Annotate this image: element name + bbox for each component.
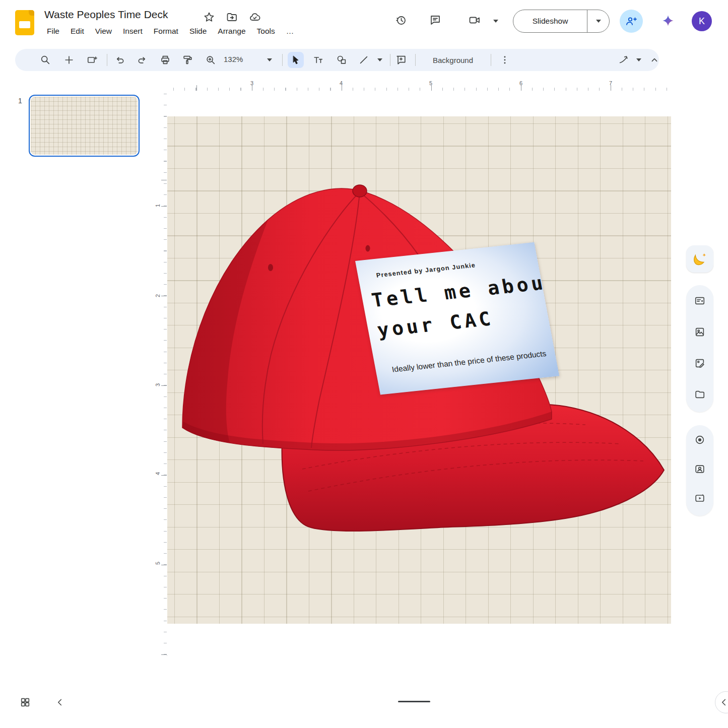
zoom-in-icon[interactable] xyxy=(203,52,219,68)
cap-eyelet xyxy=(366,245,370,252)
zoom-caret-icon[interactable] xyxy=(267,58,272,61)
search-icon[interactable] xyxy=(37,52,53,68)
new-slide-icon[interactable] xyxy=(61,52,77,68)
ruler-number: 2 xyxy=(155,294,161,297)
menu-slide[interactable]: Slide xyxy=(185,25,211,37)
line-caret-icon[interactable] xyxy=(377,58,382,61)
comments-icon[interactable] xyxy=(429,14,443,28)
slide-layout-icon[interactable] xyxy=(84,52,100,68)
ruler-number: 5 xyxy=(429,80,432,86)
gemini-sparkle-icon[interactable] xyxy=(661,14,675,28)
expand-right-icon[interactable] xyxy=(715,691,728,713)
ruler-number: 4 xyxy=(340,80,343,86)
meet-caret-icon[interactable] xyxy=(493,20,498,23)
cloud-saved-icon[interactable] xyxy=(249,11,261,23)
more-options-icon[interactable] xyxy=(497,52,513,68)
ruler-number: 3 xyxy=(155,383,161,386)
ruler-ticks-major xyxy=(167,85,671,91)
menu-format[interactable]: Format xyxy=(149,25,183,37)
menu-tools[interactable]: Tools xyxy=(252,25,280,37)
version-history-icon[interactable] xyxy=(395,14,409,28)
cap-label-graphic[interactable]: Presented by Jargon Junkie Tell me about… xyxy=(355,242,559,395)
camera-bubble-icon[interactable] xyxy=(686,454,713,484)
share-button[interactable] xyxy=(620,10,643,33)
star-icon[interactable] xyxy=(203,11,215,23)
slideshow-caret-icon[interactable] xyxy=(587,20,609,23)
paint-format-icon[interactable] xyxy=(179,52,195,68)
side-panel-top xyxy=(686,285,713,412)
menu-arrange[interactable]: Arrange xyxy=(213,25,250,37)
menu-insert[interactable]: Insert xyxy=(118,25,147,37)
line-icon[interactable] xyxy=(356,52,372,68)
slide-canvas[interactable]: Presented by Jargon Junkie Tell me about… xyxy=(167,116,671,624)
app-header: Waste Peoples Time Deck File Edit View I… xyxy=(0,0,728,45)
slideshow-button[interactable]: Slideshow xyxy=(513,17,587,26)
slideshow-button-group: Slideshow xyxy=(513,10,610,33)
grid-view-icon[interactable] xyxy=(17,694,33,710)
select-cursor-icon[interactable] xyxy=(288,52,304,68)
laser-pointer-icon[interactable] xyxy=(616,52,632,68)
vertical-ruler: 1 2 3 4 5 xyxy=(155,91,167,655)
zoom-value[interactable]: 132% xyxy=(224,55,243,63)
slide-number: 1 xyxy=(18,97,22,105)
image-frame-icon[interactable] xyxy=(686,316,713,348)
slides-logo-fold xyxy=(29,10,34,16)
undo-icon[interactable] xyxy=(112,52,128,68)
toolbar: 132% Background xyxy=(15,49,659,71)
ruler-number: 1 xyxy=(155,204,161,207)
slide-thumbnail-preview xyxy=(31,97,138,155)
cap-subline-text: Ideally lower than the price of these pr… xyxy=(391,349,547,374)
cap-headline-text: Tell me about your CAC xyxy=(369,266,560,345)
cap-eyelet xyxy=(268,264,273,271)
meet-camera-icon[interactable] xyxy=(469,14,483,28)
folder-icon[interactable] xyxy=(686,379,713,410)
slides-logo-inner xyxy=(19,21,30,28)
ruler-number: 6 xyxy=(519,80,522,86)
collapse-filmstrip-icon[interactable] xyxy=(52,694,68,710)
ruler-ticks-major xyxy=(161,91,167,655)
menu-view[interactable]: View xyxy=(91,25,116,37)
move-folder-icon[interactable] xyxy=(226,11,238,23)
slides-logo[interactable] xyxy=(15,10,34,35)
bottom-drag-handle[interactable] xyxy=(398,701,430,702)
collapse-toolbar-icon[interactable] xyxy=(646,52,663,68)
toolbar-divider xyxy=(390,54,390,66)
menu-edit[interactable]: Edit xyxy=(66,25,89,37)
horizontal-ruler: 3 4 5 6 7 xyxy=(167,80,671,91)
record-icon[interactable] xyxy=(686,425,713,454)
video-sparkle-icon[interactable] xyxy=(686,484,713,513)
ruler-number: 3 xyxy=(250,80,253,86)
ruler-number: 4 xyxy=(155,472,161,475)
ruler-number: 7 xyxy=(609,80,612,86)
print-icon[interactable] xyxy=(157,52,173,68)
side-panel-bottom xyxy=(686,425,713,516)
toolbar-divider xyxy=(491,54,491,66)
laser-caret-icon[interactable] xyxy=(636,58,641,61)
textbox-icon[interactable] xyxy=(310,52,326,68)
image-edit-icon[interactable] xyxy=(686,348,713,379)
menu-file[interactable]: File xyxy=(42,25,64,37)
banana-sparkle-icon[interactable] xyxy=(686,245,713,273)
menu-overflow[interactable]: … xyxy=(282,25,299,37)
menu-bar: File Edit View Insert Format Slide Arran… xyxy=(42,25,298,37)
toolbar-divider xyxy=(415,54,416,66)
redo-icon[interactable] xyxy=(134,52,150,68)
document-title[interactable]: Waste Peoples Time Deck xyxy=(44,9,168,21)
shape-icon[interactable] xyxy=(334,52,350,68)
toolbar-divider xyxy=(107,54,107,66)
ruler-number: 5 xyxy=(155,562,161,565)
background-button[interactable]: Background xyxy=(422,53,484,67)
account-avatar[interactable]: K xyxy=(692,11,712,31)
cap-button xyxy=(353,185,367,197)
slide-thumbnail[interactable] xyxy=(29,95,140,157)
insert-comment-icon[interactable] xyxy=(393,52,409,68)
notes-panel-icon[interactable] xyxy=(686,285,713,316)
toolbar-divider xyxy=(282,54,283,66)
